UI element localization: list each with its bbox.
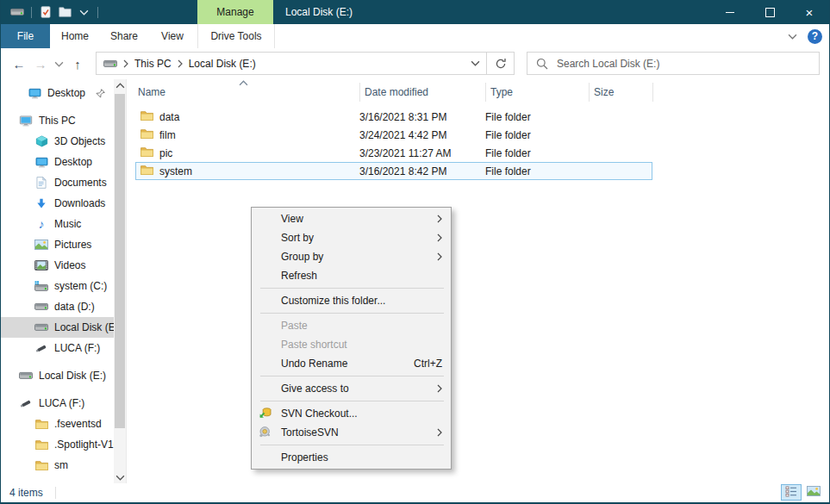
tab-view[interactable]: View — [148, 24, 197, 48]
up-button[interactable]: ↑ — [66, 52, 89, 76]
usb-drive-icon — [34, 344, 49, 353]
sidebar-item-documents[interactable]: Documents — [1, 172, 126, 193]
context-menu-item-paste-shortcut: Paste shortcut — [252, 335, 451, 354]
thumbnails-view-button[interactable] — [803, 484, 824, 501]
minimize-button[interactable] — [710, 0, 750, 24]
sidebar-item-luca-f-root[interactable]: LUCA (F:) — [1, 393, 126, 414]
sidebar-item-videos[interactable]: Videos — [1, 255, 126, 276]
sidebar-item-3d-objects[interactable]: 3D Objects — [1, 131, 126, 152]
scroll-up-icon[interactable] — [114, 79, 126, 91]
type-cell: File folder — [485, 129, 589, 141]
close-button[interactable]: × — [789, 0, 829, 24]
sidebar-item-downloads[interactable]: Downloads — [1, 193, 126, 214]
sidebar-item-label: Music — [54, 218, 81, 230]
sidebar-item-sm[interactable]: sm — [1, 455, 126, 476]
toolbar-separator — [31, 7, 32, 18]
search-box[interactable] — [527, 52, 820, 75]
menu-item-shortcut: Ctrl+Z — [414, 358, 442, 370]
scrollbar-thumb[interactable] — [115, 94, 125, 428]
file-list-pane[interactable]: Name Date modified Type Size data 3/16/2… — [127, 79, 829, 483]
maximize-button[interactable] — [750, 0, 789, 24]
sidebar-item-data-d[interactable]: data (D:) — [1, 296, 126, 317]
breadcrumb-local-disk-e[interactable]: Local Disk (E:) — [189, 58, 256, 70]
forward-button[interactable]: → — [30, 52, 51, 76]
breadcrumb-this-pc[interactable]: This PC — [134, 58, 172, 70]
sidebar-item-luca-f[interactable]: LUCA (F:) — [1, 338, 126, 358]
sidebar-item-local-disk-e[interactable]: Local Disk (E:) — [1, 317, 126, 338]
column-separator[interactable] — [485, 83, 486, 102]
properties-icon[interactable] — [36, 0, 55, 24]
menu-item-label: View — [281, 213, 303, 225]
refresh-icon[interactable] — [487, 53, 514, 74]
qat-customize-chevron-icon[interactable] — [74, 0, 93, 24]
expand-ribbon-icon[interactable] — [788, 34, 797, 40]
context-menu-item-properties[interactable]: Properties — [252, 448, 451, 467]
menu-item-label: Refresh — [281, 270, 317, 282]
pc-icon — [18, 115, 34, 127]
context-menu-item-tortoisesvn[interactable]: TortoiseSVN — [252, 423, 451, 442]
sidebar-item-pictures[interactable]: Pictures — [1, 234, 126, 255]
context-menu-item-give-access-to[interactable]: Give access to — [252, 379, 451, 398]
submenu-arrow-icon — [437, 428, 442, 437]
scroll-down-icon[interactable] — [114, 471, 126, 483]
file-row-pic[interactable]: pic 3/23/2021 11:27 AM File folder — [135, 144, 652, 162]
menu-separator — [260, 445, 444, 445]
sidebar-item-local-disk-e-root[interactable]: Local Disk (E:) — [1, 365, 126, 386]
sidebar-item-this-pc[interactable]: This PC — [1, 110, 126, 131]
column-header-type[interactable]: Type — [490, 86, 513, 98]
file-row-data[interactable]: data 3/16/2021 8:31 PM File folder — [135, 108, 652, 126]
back-button[interactable]: ← — [8, 52, 30, 76]
context-menu-item-refresh[interactable]: Refresh — [252, 266, 451, 285]
column-header-name[interactable]: Name — [138, 86, 165, 98]
context-menu-item-group-by[interactable]: Group by — [252, 247, 451, 266]
column-header-size[interactable]: Size — [594, 86, 614, 98]
tab-file[interactable]: File — [1, 24, 50, 48]
tab-share[interactable]: Share — [100, 24, 148, 48]
file-row-film[interactable]: film 3/24/2021 4:42 PM File folder — [135, 126, 652, 144]
usb-drive-icon — [18, 399, 34, 408]
sidebar-item-label: system (C:) — [54, 280, 107, 292]
address-bar[interactable]: This PC Local Disk (E:) — [96, 52, 515, 75]
context-menu-item-customize-folder[interactable]: Customize this folder... — [252, 291, 451, 310]
breadcrumb-chevron-icon[interactable] — [123, 59, 128, 68]
context-menu-item-svn-checkout[interactable]: SVN Checkout... — [252, 404, 451, 423]
tab-home[interactable]: Home — [50, 24, 100, 48]
sidebar-item-fseventsd[interactable]: .fseventsd — [1, 414, 126, 434]
column-separator[interactable] — [589, 83, 590, 102]
sidebar-item-label: Documents — [54, 177, 107, 189]
manage-contextual-tab[interactable]: Manage — [197, 0, 273, 24]
search-input[interactable] — [555, 57, 819, 71]
menu-separator — [260, 288, 444, 289]
tab-drive-tools[interactable]: Drive Tools — [197, 24, 275, 48]
context-menu-item-view[interactable]: View — [252, 209, 451, 228]
desktop-icon — [34, 157, 49, 168]
sidebar-item-label: LUCA (F:) — [54, 342, 100, 354]
column-header-date-modified[interactable]: Date modified — [365, 86, 428, 98]
menu-item-label: SVN Checkout... — [281, 408, 358, 420]
breadcrumb-chevron-icon[interactable] — [178, 59, 183, 68]
context-menu-item-sort-by[interactable]: Sort by — [252, 228, 451, 247]
column-separator[interactable] — [652, 83, 653, 102]
submenu-arrow-icon — [437, 233, 442, 242]
sidebar-item-spotlight[interactable]: .Spotlight-V10 — [1, 434, 126, 455]
address-dropdown-chevron-icon[interactable] — [464, 53, 486, 74]
sidebar-scrollbar[interactable] — [114, 79, 126, 483]
sidebar-item-desktop[interactable]: Desktop — [1, 152, 126, 172]
recent-locations-chevron-icon[interactable] — [51, 52, 66, 76]
context-menu-item-undo-rename[interactable]: Undo Rename Ctrl+Z — [252, 354, 451, 373]
drive-icon[interactable] — [8, 0, 27, 24]
sidebar-item-desktop-pinned[interactable]: Desktop — [1, 83, 126, 103]
sidebar-item-music[interactable]: ♪ Music — [1, 214, 126, 234]
date-modified-cell: 3/16/2021 8:42 PM — [359, 165, 485, 177]
desktop-icon — [27, 88, 42, 99]
menu-separator — [260, 313, 444, 314]
tortoisesvn-icon — [259, 426, 271, 439]
new-folder-icon[interactable] — [55, 0, 74, 24]
details-view-button[interactable] — [781, 484, 802, 501]
file-row-system[interactable]: system 3/16/2021 8:42 PM File folder — [135, 162, 652, 180]
folder-icon — [140, 128, 153, 141]
help-icon[interactable]: ? — [808, 29, 822, 44]
sidebar-item-system-c[interactable]: system (C:) — [1, 276, 126, 296]
file-name-cell: data — [140, 110, 359, 123]
column-separator[interactable] — [359, 83, 360, 102]
